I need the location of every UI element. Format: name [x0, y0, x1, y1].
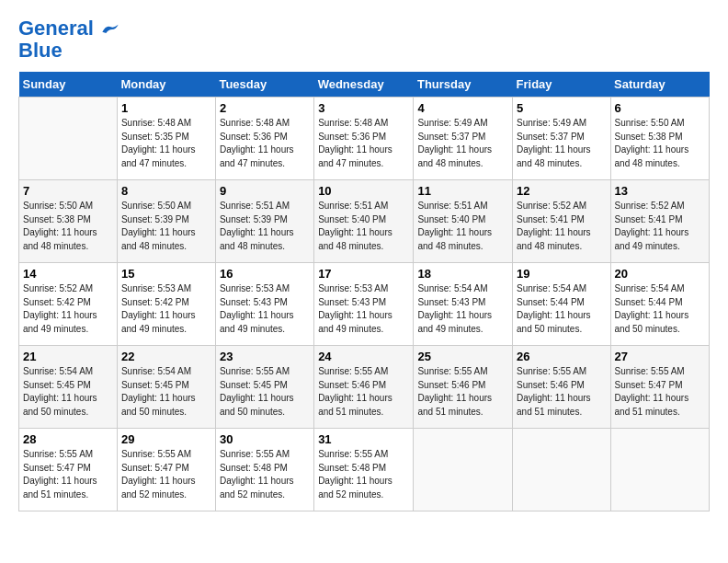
cell-w2d4: 10Sunrise: 5:51 AM Sunset: 5:40 PM Dayli…: [314, 180, 414, 263]
cell-w5d1: 28Sunrise: 5:55 AM Sunset: 5:47 PM Dayli…: [19, 429, 118, 511]
cell-w1d5: 4Sunrise: 5:49 AM Sunset: 5:37 PM Daylig…: [414, 98, 513, 180]
logo-text: General: [18, 18, 119, 39]
day-number: 19: [517, 267, 607, 281]
cell-w4d7: 27Sunrise: 5:55 AM Sunset: 5:47 PM Dayli…: [610, 346, 709, 429]
day-info: Sunrise: 5:55 AM Sunset: 5:45 PM Dayligh…: [220, 365, 310, 419]
day-number: 21: [23, 350, 113, 363]
day-number: 4: [417, 101, 508, 115]
day-info: Sunrise: 5:55 AM Sunset: 5:47 PM Dayligh…: [615, 365, 705, 419]
cell-w4d2: 22Sunrise: 5:54 AM Sunset: 5:45 PM Dayli…: [117, 346, 215, 429]
day-info: Sunrise: 5:48 AM Sunset: 5:35 PM Dayligh…: [121, 117, 211, 170]
header-wednesday: Wednesday: [314, 72, 414, 98]
cell-w4d6: 26Sunrise: 5:55 AM Sunset: 5:46 PM Dayli…: [513, 346, 611, 429]
day-info: Sunrise: 5:52 AM Sunset: 5:41 PM Dayligh…: [517, 200, 607, 253]
day-number: 29: [121, 432, 211, 446]
day-info: Sunrise: 5:48 AM Sunset: 5:36 PM Dayligh…: [220, 117, 310, 170]
day-info: Sunrise: 5:51 AM Sunset: 5:40 PM Dayligh…: [417, 200, 508, 253]
day-number: 23: [220, 350, 310, 363]
day-info: Sunrise: 5:53 AM Sunset: 5:43 PM Dayligh…: [318, 282, 409, 336]
cell-w2d7: 13Sunrise: 5:52 AM Sunset: 5:41 PM Dayli…: [610, 180, 709, 263]
logo-blue: Blue: [18, 39, 63, 62]
calendar-table: Sunday Monday Tuesday Wednesday Thursday…: [18, 72, 710, 511]
day-number: 5: [517, 101, 607, 115]
day-number: 18: [417, 267, 508, 281]
day-info: Sunrise: 5:51 AM Sunset: 5:40 PM Dayligh…: [318, 200, 409, 253]
day-number: 11: [417, 184, 508, 198]
day-number: 13: [615, 184, 705, 198]
day-info: Sunrise: 5:54 AM Sunset: 5:43 PM Dayligh…: [417, 282, 508, 336]
day-info: Sunrise: 5:50 AM Sunset: 5:39 PM Dayligh…: [121, 200, 211, 253]
day-info: Sunrise: 5:55 AM Sunset: 5:48 PM Dayligh…: [318, 448, 409, 501]
day-info: Sunrise: 5:50 AM Sunset: 5:38 PM Dayligh…: [23, 200, 113, 253]
day-number: 12: [517, 184, 607, 198]
day-info: Sunrise: 5:54 AM Sunset: 5:44 PM Dayligh…: [615, 282, 705, 336]
day-number: 15: [121, 267, 211, 281]
cell-w4d3: 23Sunrise: 5:55 AM Sunset: 5:45 PM Dayli…: [215, 346, 313, 429]
week-row-2: 7Sunrise: 5:50 AM Sunset: 5:38 PM Daylig…: [19, 180, 710, 263]
day-info: Sunrise: 5:55 AM Sunset: 5:48 PM Dayligh…: [220, 448, 310, 501]
cell-w3d1: 14Sunrise: 5:52 AM Sunset: 5:42 PM Dayli…: [19, 263, 118, 346]
cell-w2d3: 9Sunrise: 5:51 AM Sunset: 5:39 PM Daylig…: [215, 180, 313, 263]
cell-w5d4: 31Sunrise: 5:55 AM Sunset: 5:48 PM Dayli…: [314, 429, 414, 511]
day-info: Sunrise: 5:55 AM Sunset: 5:46 PM Dayligh…: [417, 365, 508, 419]
week-row-4: 21Sunrise: 5:54 AM Sunset: 5:45 PM Dayli…: [19, 346, 710, 429]
header-saturday: Saturday: [610, 72, 709, 98]
day-number: 25: [417, 350, 508, 363]
day-info: Sunrise: 5:52 AM Sunset: 5:41 PM Dayligh…: [615, 200, 705, 253]
day-number: 3: [318, 101, 409, 115]
header-tuesday: Tuesday: [215, 72, 313, 98]
cell-w4d5: 25Sunrise: 5:55 AM Sunset: 5:46 PM Dayli…: [414, 346, 513, 429]
day-number: 16: [220, 267, 310, 281]
day-number: 26: [517, 350, 607, 363]
cell-w2d6: 12Sunrise: 5:52 AM Sunset: 5:41 PM Dayli…: [513, 180, 611, 263]
day-info: Sunrise: 5:53 AM Sunset: 5:43 PM Dayligh…: [220, 282, 310, 336]
cell-w4d4: 24Sunrise: 5:55 AM Sunset: 5:46 PM Dayli…: [314, 346, 414, 429]
page-header: General Blue: [18, 18, 710, 63]
calendar-header-row: Sunday Monday Tuesday Wednesday Thursday…: [19, 72, 710, 98]
cell-w3d7: 20Sunrise: 5:54 AM Sunset: 5:44 PM Dayli…: [610, 263, 709, 346]
day-number: 1: [121, 101, 211, 115]
header-monday: Monday: [117, 72, 215, 98]
day-number: 6: [615, 101, 705, 115]
cell-w5d6: [513, 429, 611, 511]
cell-w1d6: 5Sunrise: 5:49 AM Sunset: 5:37 PM Daylig…: [513, 98, 611, 180]
day-number: 10: [318, 184, 409, 198]
day-number: 2: [220, 101, 310, 115]
day-info: Sunrise: 5:55 AM Sunset: 5:46 PM Dayligh…: [517, 365, 607, 419]
day-info: Sunrise: 5:49 AM Sunset: 5:37 PM Dayligh…: [517, 117, 607, 170]
cell-w3d2: 15Sunrise: 5:53 AM Sunset: 5:42 PM Dayli…: [117, 263, 215, 346]
day-info: Sunrise: 5:55 AM Sunset: 5:47 PM Dayligh…: [23, 448, 113, 501]
day-info: Sunrise: 5:50 AM Sunset: 5:38 PM Dayligh…: [615, 117, 705, 170]
day-info: Sunrise: 5:55 AM Sunset: 5:46 PM Dayligh…: [318, 365, 409, 419]
day-number: 17: [318, 267, 409, 281]
header-friday: Friday: [513, 72, 611, 98]
cell-w3d5: 18Sunrise: 5:54 AM Sunset: 5:43 PM Dayli…: [414, 263, 513, 346]
cell-w1d4: 3Sunrise: 5:48 AM Sunset: 5:36 PM Daylig…: [314, 98, 414, 180]
day-info: Sunrise: 5:49 AM Sunset: 5:37 PM Dayligh…: [417, 117, 508, 170]
day-info: Sunrise: 5:54 AM Sunset: 5:45 PM Dayligh…: [121, 365, 211, 419]
cell-w5d2: 29Sunrise: 5:55 AM Sunset: 5:47 PM Dayli…: [117, 429, 215, 511]
day-info: Sunrise: 5:51 AM Sunset: 5:39 PM Dayligh…: [220, 200, 310, 253]
header-thursday: Thursday: [414, 72, 513, 98]
cell-w5d3: 30Sunrise: 5:55 AM Sunset: 5:48 PM Dayli…: [215, 429, 313, 511]
day-info: Sunrise: 5:55 AM Sunset: 5:47 PM Dayligh…: [121, 448, 211, 501]
day-info: Sunrise: 5:54 AM Sunset: 5:45 PM Dayligh…: [23, 365, 113, 419]
cell-w2d5: 11Sunrise: 5:51 AM Sunset: 5:40 PM Dayli…: [414, 180, 513, 263]
day-number: 22: [121, 350, 211, 363]
day-info: Sunrise: 5:48 AM Sunset: 5:36 PM Dayligh…: [318, 117, 409, 170]
cell-w1d7: 6Sunrise: 5:50 AM Sunset: 5:38 PM Daylig…: [610, 98, 709, 180]
day-number: 9: [220, 184, 310, 198]
calendar-body: 1Sunrise: 5:48 AM Sunset: 5:35 PM Daylig…: [19, 98, 710, 511]
day-number: 30: [220, 432, 310, 446]
cell-w3d6: 19Sunrise: 5:54 AM Sunset: 5:44 PM Dayli…: [513, 263, 611, 346]
day-number: 20: [615, 267, 705, 281]
day-info: Sunrise: 5:53 AM Sunset: 5:42 PM Dayligh…: [121, 282, 211, 336]
day-number: 14: [23, 267, 113, 281]
cell-w1d3: 2Sunrise: 5:48 AM Sunset: 5:36 PM Daylig…: [215, 98, 313, 180]
week-row-3: 14Sunrise: 5:52 AM Sunset: 5:42 PM Dayli…: [19, 263, 710, 346]
week-row-5: 28Sunrise: 5:55 AM Sunset: 5:47 PM Dayli…: [19, 429, 710, 511]
cell-w3d4: 17Sunrise: 5:53 AM Sunset: 5:43 PM Dayli…: [314, 263, 414, 346]
cell-w5d5: [414, 429, 513, 511]
logo: General Blue: [18, 18, 119, 63]
cell-w5d7: [610, 429, 709, 511]
